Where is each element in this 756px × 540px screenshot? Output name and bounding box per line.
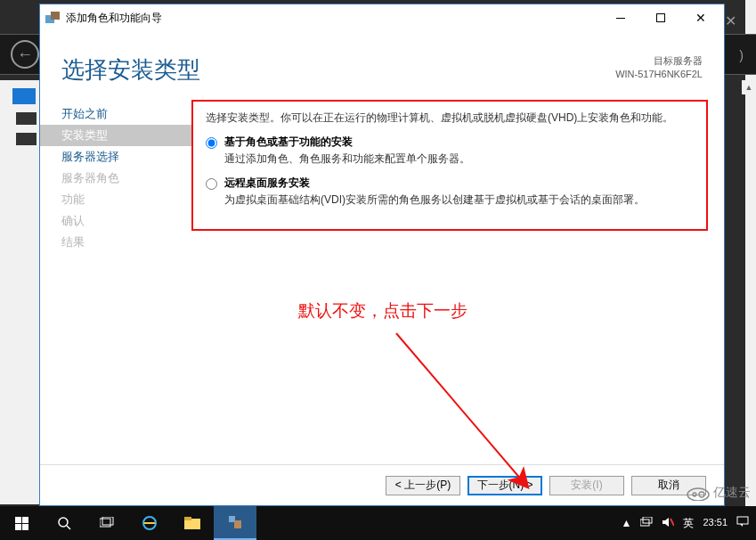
- tray-time: 23:51: [703, 517, 728, 528]
- svg-line-5: [67, 526, 70, 529]
- next-button[interactable]: 下一步(N) >: [467, 476, 542, 495]
- svg-rect-7: [102, 517, 113, 525]
- page-title: 选择安装类型: [61, 54, 615, 86]
- background-back-button: ←: [11, 40, 39, 69]
- app-icon: [45, 12, 60, 24]
- nav-features: 功能: [40, 189, 191, 210]
- option-role-based-desc: 通过添加角色、角色服务和功能来配置单个服务器。: [206, 151, 694, 167]
- svg-rect-6: [100, 519, 110, 527]
- svg-point-4: [59, 518, 68, 527]
- window-title: 添加角色和功能向导: [66, 11, 162, 26]
- radio-role-based[interactable]: [206, 137, 217, 149]
- svg-line-0: [396, 333, 527, 487]
- nav-before-begin[interactable]: 开始之前: [40, 103, 191, 125]
- scroll-up-button[interactable]: ▲: [742, 80, 756, 94]
- task-view-button[interactable]: [85, 506, 128, 540]
- title-bar: 添加角色和功能向导 ✕: [40, 4, 724, 31]
- tray-volume-icon[interactable]: [662, 517, 674, 530]
- wizard-nav: 开始之前 安装类型 服务器选择 服务器角色 功能 确认 结果: [40, 94, 191, 464]
- svg-point-3: [693, 493, 696, 496]
- system-tray: ▲ 英 20 23:51: [614, 506, 756, 540]
- taskbar-ie[interactable]: [128, 506, 171, 540]
- start-button[interactable]: [0, 506, 43, 540]
- svg-rect-12: [234, 520, 241, 528]
- wizard-footer: < 上一步(P) 下一步(N) > 安装(I) 取消: [40, 464, 724, 505]
- radio-rds[interactable]: [206, 178, 217, 190]
- intro-text: 选择安装类型。你可以在正在运行的物理计算机、虚拟机或脱机虚拟硬盘(VHD)上安装…: [206, 110, 694, 126]
- close-button[interactable]: ✕: [680, 5, 720, 31]
- wizard-window: 添加角色和功能向导 ✕ 选择安装类型 目标服务器 WIN-517H6NK6F2L…: [39, 4, 725, 506]
- svg-line-15: [671, 519, 674, 526]
- wizard-content: 选择安装类型。你可以在正在运行的物理计算机、虚拟机或脱机虚拟硬盘(VHD)上安装…: [191, 94, 724, 464]
- prev-button[interactable]: < 上一步(P): [386, 476, 460, 495]
- nav-server-selection[interactable]: 服务器选择: [40, 146, 191, 168]
- option-rds-title: 远程桌面服务安装: [224, 176, 310, 191]
- taskbar-server-manager[interactable]: [214, 506, 256, 540]
- search-button[interactable]: [43, 506, 85, 540]
- target-name: WIN-517H6NK6F2L: [615, 68, 703, 81]
- watermark-text: 亿速云: [713, 485, 751, 501]
- svg-point-1: [687, 488, 709, 501]
- install-button: 安装(I): [549, 476, 624, 495]
- option-role-based[interactable]: 基于角色或基于功能的安装 通过添加角色、角色服务和功能来配置单个服务器。: [206, 135, 694, 167]
- option-role-based-title: 基于角色或基于功能的安装: [224, 135, 353, 150]
- strip-servers-icon[interactable]: [16, 112, 37, 125]
- nav-confirm: 确认: [40, 210, 191, 232]
- option-rds[interactable]: 远程桌面服务安装 为虚拟桌面基础结构(VDI)安装所需的角色服务以创建基于虚拟机…: [206, 176, 694, 208]
- nav-results: 结果: [40, 232, 191, 253]
- taskbar: ▲ 英 20 23:51: [0, 506, 756, 540]
- tray-clock[interactable]: 23:51: [703, 517, 728, 528]
- tray-network-icon[interactable]: [640, 517, 653, 530]
- left-icon-strip: [0, 80, 39, 504]
- minimize-button[interactable]: [600, 5, 640, 31]
- action-center-icon[interactable]: [736, 516, 749, 530]
- strip-dashboard-icon[interactable]: [12, 88, 36, 104]
- target-server-info: 目标服务器 WIN-517H6NK6F2L: [615, 54, 703, 82]
- option-rds-desc: 为虚拟桌面基础结构(VDI)安装所需的角色服务以创建基于虚拟机或基于会话的桌面部…: [206, 192, 694, 208]
- maximize-button[interactable]: [640, 5, 680, 31]
- svg-rect-10: [184, 517, 191, 520]
- svg-point-2: [699, 492, 704, 497]
- svg-rect-11: [229, 516, 235, 522]
- nav-server-roles: 服务器角色: [40, 168, 191, 189]
- watermark: 亿速云: [687, 485, 751, 501]
- nav-install-type[interactable]: 安装类型: [40, 125, 191, 146]
- svg-rect-16: [737, 517, 748, 524]
- background-label: ): [739, 48, 744, 62]
- annotation-text: 默认不变，点击下一步: [298, 299, 467, 323]
- taskbar-explorer[interactable]: [171, 506, 214, 540]
- background-close: ✕: [725, 12, 736, 29]
- target-label: 目标服务器: [615, 54, 703, 68]
- tray-chevron-up-icon[interactable]: ▲: [622, 517, 632, 529]
- tray-ime-lang[interactable]: 英: [683, 516, 694, 531]
- strip-all-servers-icon[interactable]: [16, 133, 37, 145]
- highlight-box: 选择安装类型。你可以在正在运行的物理计算机、虚拟机或脱机虚拟硬盘(VHD)上安装…: [191, 100, 708, 231]
